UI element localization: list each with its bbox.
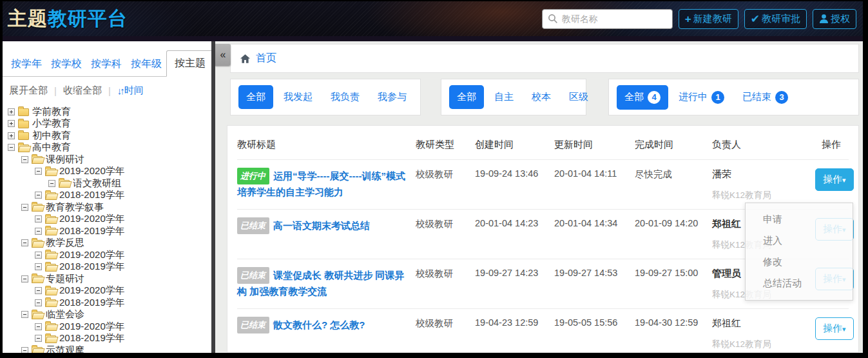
tree-item[interactable]: 2019-2020学年 — [3, 285, 211, 297]
tree-item[interactable]: 2019-2020学年 — [3, 166, 211, 178]
filter-school-button[interactable]: 校本 — [524, 85, 559, 109]
collapse-minus-icon[interactable] — [21, 156, 28, 163]
filter-responsible-button[interactable]: 我负责 — [323, 85, 367, 109]
tree-item[interactable]: 学前教育 — [3, 106, 211, 118]
filter-district-button[interactable]: 区级 — [561, 85, 596, 109]
collapse-minus-icon[interactable] — [21, 275, 28, 283]
tab-by-school-year[interactable]: 按学年 — [6, 52, 46, 76]
filter-finished-button[interactable]: 已结束 3 — [735, 85, 796, 110]
collapse-minus-icon[interactable] — [35, 335, 42, 342]
folder-open-icon — [45, 288, 56, 295]
column-header-created: 创建时间 — [475, 139, 554, 151]
collapse-minus-icon[interactable] — [21, 204, 28, 211]
menu-item-apply[interactable]: 申请 — [746, 209, 853, 230]
tree-item[interactable]: 2018-2019学年 — [3, 261, 211, 273]
tree-item[interactable]: 临堂会诊 — [3, 309, 211, 321]
collapse-minus-icon[interactable] — [21, 239, 28, 246]
collapse-minus-icon[interactable] — [35, 323, 42, 330]
folder-open-icon — [45, 168, 56, 176]
tree-item[interactable]: 2019-2020学年 — [3, 249, 211, 261]
collapse-minus-icon[interactable] — [21, 311, 28, 318]
collapse-minus-icon[interactable] — [35, 299, 42, 306]
table-row: 已结束散文教什么? 怎么教? 校级教研 19-04-23 12:59 19-05… — [237, 308, 849, 353]
tree-item[interactable]: 2018-2019学年 — [3, 225, 211, 237]
collapse-all-link[interactable]: 收缩全部 — [63, 85, 102, 97]
tree-item-label: 临堂会诊 — [46, 308, 84, 321]
collapse-minus-icon[interactable] — [48, 180, 55, 187]
owner-name: 管理员 — [712, 268, 741, 279]
tree-item[interactable]: 小学教育 — [3, 118, 211, 130]
filter-all-button[interactable]: 全部 — [238, 85, 273, 109]
tree-item-label: 2019-2020学年 — [59, 249, 125, 261]
tree-item[interactable]: 语文教研组 — [3, 177, 211, 190]
action-menu-button[interactable]: 操作▾ — [815, 168, 854, 191]
tree-item[interactable]: 课例研讨 — [3, 154, 211, 166]
tree-item[interactable]: 2019-2020学年 — [3, 321, 211, 333]
cell-created: 20-01-04 14:23 — [475, 218, 554, 228]
breadcrumb-home-link[interactable]: 首页 — [256, 52, 276, 65]
research-title-link[interactable]: 已结束散文教什么? 怎么教? — [237, 319, 365, 330]
sidebar-collapse-button[interactable]: « — [215, 44, 231, 66]
tree-item[interactable]: 高中教育 — [3, 142, 211, 154]
research-approval-button[interactable]: ✔ 教研审批 — [744, 9, 807, 29]
cell-created: 19-09-27 14:23 — [475, 268, 554, 278]
collapse-minus-icon[interactable] — [35, 215, 42, 223]
tree-item[interactable]: 教育教学叙事 — [3, 201, 211, 214]
research-title-link[interactable]: 已结束高一语文期末考试总结 — [237, 220, 370, 231]
action-dropdown-menu: 申请 进入 修改 总结活动 — [745, 203, 853, 301]
action-menu-button[interactable]: 操作▾ — [815, 317, 854, 340]
tree-item-label: 示范观摩 — [46, 344, 84, 353]
tree-item-label: 2019-2020学年 — [59, 213, 125, 225]
search-input[interactable] — [562, 14, 667, 24]
tree-item[interactable]: 初中教育 — [3, 130, 211, 142]
collapse-minus-icon[interactable] — [8, 144, 15, 151]
tree-item[interactable]: 2018-2019学年 — [3, 333, 211, 345]
research-title-link[interactable]: 进行中运用“导学----展交----训练”模式 培养学生的自主学习能力 — [237, 170, 405, 197]
research-title-link[interactable]: 已结束课堂促成长 教研共进步 同课异构 加强教育教学交流 — [237, 270, 404, 297]
menu-item-modify[interactable]: 修改 — [746, 252, 853, 273]
expand-all-link[interactable]: 展开全部 — [9, 85, 48, 97]
divider: | — [108, 85, 111, 96]
filter-in-progress-button[interactable]: 进行中 1 — [671, 85, 732, 110]
filter-status-all-button[interactable]: 全部 4 — [617, 85, 668, 110]
new-research-button[interactable]: + 新建教研 — [679, 9, 738, 29]
cell-completed: 尽快完成 — [635, 168, 712, 181]
collapse-minus-icon[interactable] — [35, 252, 42, 259]
sort-by-time-link[interactable]: ↓↑ 时间 — [117, 85, 144, 97]
cell-owner: 潘荣 释锐K12教育局 — [712, 168, 815, 201]
folder-open-icon — [32, 156, 43, 164]
tree-item[interactable]: 2018-2019学年 — [3, 190, 211, 202]
tab-by-theme[interactable]: 按主题 — [166, 50, 214, 77]
tab-by-grade[interactable]: 按年级 — [126, 52, 166, 76]
tree-item-label: 2018-2019学年 — [59, 261, 125, 273]
filter-initiated-button[interactable]: 我发起 — [276, 85, 320, 109]
authorize-button[interactable]: 授权 — [813, 9, 856, 29]
filter-self-button[interactable]: 自主 — [487, 85, 521, 109]
tab-by-subject[interactable]: 按学科 — [86, 52, 126, 76]
collapse-minus-icon[interactable] — [35, 168, 42, 175]
folder-closed-icon — [18, 108, 29, 116]
collapse-minus-icon[interactable] — [35, 287, 42, 294]
collapse-minus-icon[interactable] — [35, 192, 42, 199]
status-badge: 已结束 — [237, 217, 269, 234]
tree-item[interactable]: 示范观摩 — [3, 344, 211, 353]
tree-item[interactable]: 专题研讨 — [3, 273, 211, 285]
menu-item-enter[interactable]: 进入 — [746, 230, 853, 252]
app-window: 主题教研平台 + 新建教研 ✔ 教研审批 — [3, 1, 863, 353]
filter-level-all-button[interactable]: 全部 — [449, 85, 484, 109]
expand-plus-icon[interactable] — [8, 120, 15, 127]
tree-item[interactable]: 2019-2020学年 — [3, 214, 211, 226]
filter-participated-button[interactable]: 我参与 — [370, 85, 414, 109]
tree-item[interactable]: 教学反思 — [3, 237, 211, 250]
tree-item[interactable]: 2018-2019学年 — [3, 297, 211, 309]
collapse-minus-icon[interactable] — [35, 263, 42, 270]
collapse-minus-icon[interactable] — [35, 228, 42, 235]
folder-open-icon — [32, 312, 43, 319]
collapse-minus-icon[interactable] — [21, 347, 28, 353]
menu-item-summary[interactable]: 总结活动 — [746, 273, 853, 294]
expand-plus-icon[interactable] — [8, 132, 15, 139]
cell-type: 校级教研 — [416, 268, 475, 280]
tree-item-label: 教学反思 — [46, 237, 84, 249]
tab-by-school[interactable]: 按学校 — [46, 52, 86, 76]
expand-plus-icon[interactable] — [8, 108, 15, 115]
